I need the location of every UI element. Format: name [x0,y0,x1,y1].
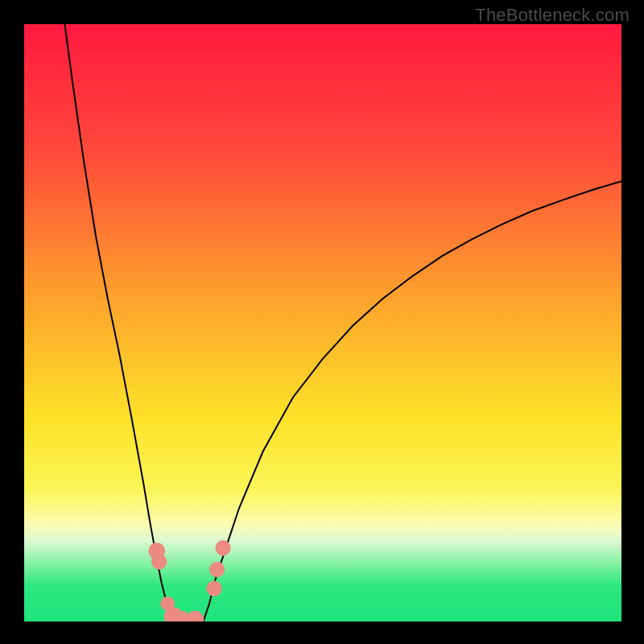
watermark-text: TheBottleneck.com [475,5,630,26]
data-marker [206,581,221,597]
chart-frame: TheBottleneck.com [0,0,644,644]
data-marker [151,554,167,569]
plot-svg [24,24,621,621]
plot-background [24,24,621,621]
data-marker [209,562,225,577]
plot-area [24,24,621,621]
data-marker [215,540,230,555]
